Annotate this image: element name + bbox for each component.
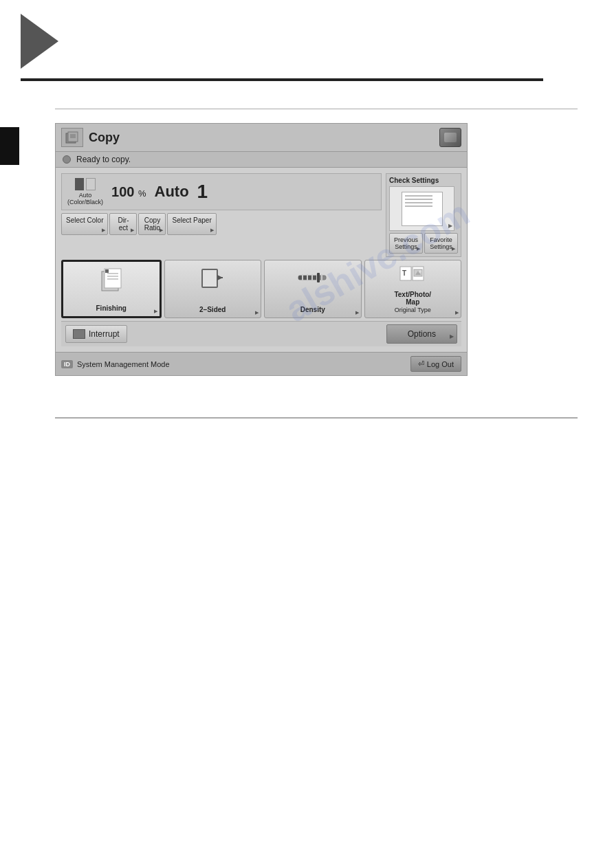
svg-rect-18 (321, 274, 322, 281)
finishing-expand-icon: ▶ (154, 309, 157, 314)
copy-ratio-label: CopyRatio (144, 216, 160, 232)
logout-label: Log Out (427, 360, 454, 368)
ratio-display: 100 % (111, 184, 146, 200)
logout-button[interactable]: ⏎ Log Out (410, 356, 461, 372)
select-color-arrow: ▶ (102, 227, 105, 233)
direct-label: Dir-ect (118, 216, 129, 232)
bottom-bar: Interrupt Options ▶ (61, 321, 461, 346)
check-settings-label: Check Settings (389, 177, 458, 184)
original-type-expand-icon: ▶ (455, 310, 459, 315)
system-bar: ID System Management Mode ⏎ Log Out (56, 352, 467, 375)
triangle-arrow-icon (21, 14, 58, 69)
previous-settings-label: PreviousSettings (394, 236, 418, 250)
svg-rect-14 (302, 274, 303, 281)
options-button[interactable]: Options ▶ (386, 324, 457, 344)
svg-rect-19 (317, 273, 320, 282)
favorite-settings-button[interactable]: FavoriteSettings ▶ (424, 233, 458, 254)
two-sided-expand-icon: ▶ (255, 310, 259, 315)
svg-rect-15 (307, 274, 308, 281)
check-settings-preview[interactable]: ▶ (389, 186, 454, 231)
preview-arrow-icon: ▶ (448, 223, 452, 229)
preview-line-3 (405, 202, 432, 203)
finishing-label: Finishing (96, 304, 127, 312)
id-badge: ID (61, 360, 73, 368)
black-tab (0, 127, 19, 165)
density-slider-graphic (298, 271, 328, 284)
previous-settings-button[interactable]: PreviousSettings ▶ (389, 233, 423, 254)
original-type-icon: T (399, 265, 426, 291)
favorite-settings-arrow: ▶ (452, 246, 455, 252)
preview-line-4 (405, 205, 432, 207)
two-sided-label: 2–Sided (199, 306, 226, 313)
status-indicator (63, 155, 71, 164)
direct-arrow: ▶ (131, 227, 134, 233)
preview-paper (402, 192, 443, 226)
status-bar: Ready to copy. (56, 152, 467, 168)
select-color-button[interactable]: Select Color ▶ (61, 213, 108, 235)
paper-size-display: Auto (155, 183, 189, 201)
select-paper-arrow: ▶ (210, 227, 214, 233)
buttons-row: Select Color ▶ Dir-ect ▶ CopyRatio ▶ Sel… (61, 213, 382, 235)
previous-settings-arrow: ▶ (417, 246, 420, 252)
select-paper-label: Select Paper (172, 216, 211, 224)
favorite-settings-label: FavoriteSettings (430, 236, 452, 250)
copy-ratio-button[interactable]: CopyRatio ▶ (138, 213, 166, 235)
color-mode-icon (75, 178, 96, 192)
svg-rect-10 (105, 269, 109, 273)
bottom-separator-line (55, 417, 578, 419)
interrupt-label: Interrupt (89, 329, 120, 339)
panel-content: Auto(Color/Black) 100 % Auto 1 Select Co… (56, 168, 467, 352)
options-arrow: ▶ (450, 333, 454, 340)
svg-point-25 (419, 270, 421, 273)
panel-title: Copy (89, 131, 120, 145)
ratio-unit: % (138, 188, 146, 199)
3d-button-inner (444, 133, 457, 142)
panel-title-bar: Copy (56, 124, 467, 152)
direct-button[interactable]: Dir-ect ▶ (109, 213, 137, 235)
3d-button[interactable] (439, 128, 461, 147)
check-settings-block: Check Settings ▶ Previo (386, 173, 461, 257)
preview-lines (402, 192, 442, 212)
svg-rect-1 (68, 132, 78, 142)
copy-count-display: 1 (197, 181, 208, 203)
dark-square (75, 178, 84, 190)
interrupt-icon (73, 329, 85, 339)
two-sided-button[interactable]: 2–Sided ▶ (164, 260, 262, 318)
color-mode-box: Auto(Color/Black) (67, 178, 103, 205)
options-label: Options (408, 329, 436, 339)
status-text: Ready to copy. (76, 155, 131, 164)
copy-ratio-arrow: ▶ (160, 227, 163, 233)
svg-rect-11 (202, 269, 217, 287)
interrupt-button[interactable]: Interrupt (65, 325, 127, 343)
density-icon (299, 265, 327, 291)
light-square (86, 178, 96, 190)
select-color-label: Select Color (66, 216, 103, 224)
color-mode-text: Auto(Color/Black) (67, 192, 103, 205)
svg-rect-13 (298, 276, 319, 280)
header (0, 0, 614, 88)
display-area: Auto(Color/Black) 100 % Auto 1 (61, 173, 382, 210)
finishing-button[interactable]: Finishing ▶ (61, 260, 162, 318)
system-mode-text: System Management Mode (77, 360, 170, 368)
separator-line (55, 109, 578, 109)
title-left: Copy (61, 128, 120, 147)
density-expand-icon: ▶ (355, 310, 359, 315)
feature-row: Finishing ▶ 2–Sided ▶ (61, 260, 461, 318)
copy-icon (61, 128, 83, 147)
preview-line-1 (405, 195, 432, 197)
svg-text:T: T (402, 269, 406, 277)
finishing-icon (98, 266, 125, 292)
original-type-button[interactable]: T Text/Photo/MapOriginal Type ▶ (364, 260, 462, 318)
svg-rect-16 (311, 274, 313, 281)
select-paper-button[interactable]: Select Paper ▶ (167, 213, 216, 235)
logout-icon: ⏎ (418, 359, 424, 368)
system-left: ID System Management Mode (61, 360, 170, 368)
header-line (21, 78, 543, 81)
preview-line-2 (405, 199, 432, 200)
density-button[interactable]: Density ▶ (264, 260, 362, 318)
density-label: Density (300, 306, 325, 313)
two-sided-icon (199, 265, 226, 291)
top-row: Auto(Color/Black) 100 % Auto 1 Select Co… (61, 173, 461, 257)
finishing-icon-graphic (99, 267, 124, 291)
left-controls: Auto(Color/Black) 100 % Auto 1 Select Co… (61, 173, 382, 257)
